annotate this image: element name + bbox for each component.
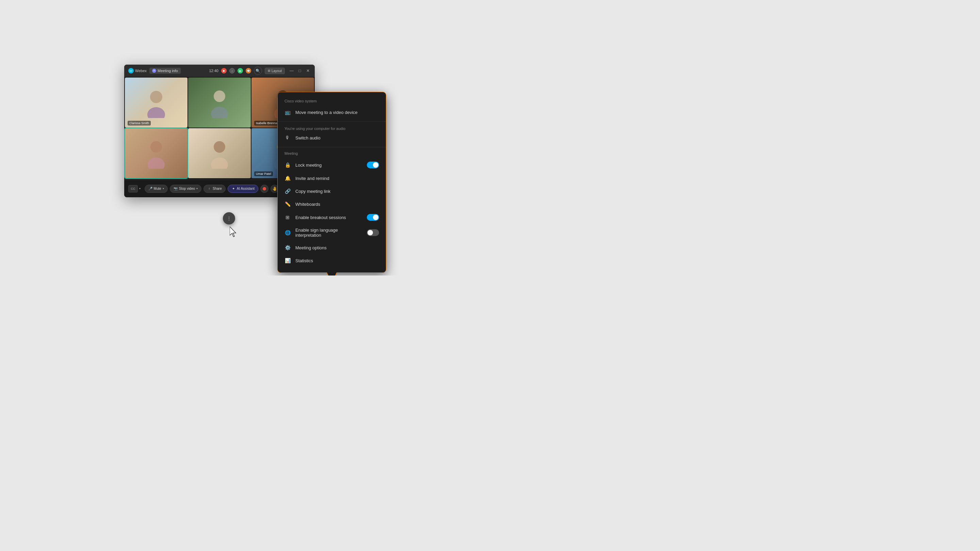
sign-language-icon: 🌐 xyxy=(285,230,291,236)
svg-point-1 xyxy=(147,107,165,118)
title-bar-left: W Webex ✦ Meeting info xyxy=(128,68,205,74)
svg-point-0 xyxy=(150,91,162,103)
move-meeting-item[interactable]: 📺 Move meeting to a video device xyxy=(278,106,386,119)
window-controls: — □ ✕ xyxy=(289,68,311,73)
person-svg-1 xyxy=(146,87,166,118)
meeting-options-label: Meeting options xyxy=(295,245,379,250)
participant-name-1: Clarissa Smith xyxy=(127,121,151,125)
webex-logo-icon: W xyxy=(128,68,134,73)
invite-remind-label: Invite and remind xyxy=(295,176,379,181)
app-window: W Webex ✦ Meeting info 12:40 ⏺ ♫ ▶ 💬 🔍 ⊞… xyxy=(124,65,315,197)
record-dot-icon xyxy=(263,187,266,191)
svg-point-7 xyxy=(148,157,165,169)
share-button[interactable]: ↑ Share xyxy=(204,185,226,193)
statistics-label: Statistics xyxy=(295,258,379,263)
whiteboards-item[interactable]: ✏️ Whiteboards xyxy=(278,198,386,211)
close-button[interactable]: ✕ xyxy=(305,68,311,73)
search-button[interactable]: 🔍 xyxy=(254,67,262,75)
audio-icon: 🎙 xyxy=(285,135,291,141)
svg-point-8 xyxy=(214,141,225,153)
toolbar-left: CC ▾ xyxy=(128,185,140,192)
lock-toggle-knob xyxy=(373,162,379,168)
share-label: Share xyxy=(213,187,222,191)
invite-remind-item[interactable]: 🔔 Invite and remind xyxy=(278,172,386,185)
record-indicator: ⏺ xyxy=(221,68,227,73)
context-menu: Cisco video system 📺 Move meeting to a v… xyxy=(277,92,386,273)
maximize-button[interactable]: □ xyxy=(297,68,302,73)
meeting-info-label: Meeting info xyxy=(158,69,178,73)
sign-language-toggle[interactable] xyxy=(367,229,379,236)
cursor xyxy=(230,227,238,235)
person-svg-5 xyxy=(209,138,230,169)
caption-button[interactable]: CC xyxy=(128,185,138,192)
participant-video-4 xyxy=(125,128,188,178)
video-cell-1: Clarissa Smith xyxy=(125,78,188,127)
title-bar-center: 12:40 ⏺ ♫ ▶ 💬 🔍 ⊞ Layout xyxy=(209,67,285,75)
participant-video-5 xyxy=(188,128,251,178)
time-display: 12:40 xyxy=(209,69,218,73)
lock-meeting-item[interactable]: 🔒 Lock meeting xyxy=(278,158,386,172)
breakout-sessions-toggle[interactable] xyxy=(367,214,379,221)
title-bar: W Webex ✦ Meeting info 12:40 ⏺ ♫ ▶ 💬 🔍 ⊞… xyxy=(124,65,315,77)
statistics-item[interactable]: 📊 Statistics xyxy=(278,254,386,267)
ai-label: AI Assistant xyxy=(237,187,255,191)
breakout-sessions-label: Enable breakout sessions xyxy=(295,215,362,220)
webex-logo: W Webex xyxy=(128,68,147,73)
sign-language-item[interactable]: 🌐 Enable sign language interpretation xyxy=(278,224,386,241)
meeting-options-item[interactable]: ⚙️ Meeting options xyxy=(278,241,386,254)
meeting-info-tab[interactable]: ✦ Meeting info xyxy=(150,68,181,74)
layout-label: Layout xyxy=(272,69,282,73)
cisco-section-title: Cisco video system xyxy=(278,98,386,106)
cursor-svg xyxy=(230,227,238,237)
person-svg-4 xyxy=(146,138,166,169)
layout-icon: ⊞ xyxy=(268,69,270,73)
move-meeting-label: Move meeting to a video device xyxy=(295,110,379,115)
stop-video-icon: 📷 xyxy=(173,187,178,191)
breakout-icon: ⊞ xyxy=(285,214,291,221)
participant-video-2 xyxy=(188,78,251,127)
copy-link-item[interactable]: 🔗 Copy meeting link xyxy=(278,185,386,198)
floating-more-icon: ⋮ xyxy=(227,216,231,221)
sign-language-label: Enable sign language interpretation xyxy=(295,227,362,238)
audio-subtitle: You're using your computer for audio xyxy=(278,124,386,131)
participant-video-1 xyxy=(125,78,188,127)
lock-icon: 🔒 xyxy=(285,162,291,168)
breakout-sessions-item[interactable]: ⊞ Enable breakout sessions xyxy=(278,211,386,224)
sign-language-toggle-knob xyxy=(368,230,373,235)
mute-label: Mute xyxy=(154,187,161,191)
video-cell-4 xyxy=(125,128,188,178)
divider-2 xyxy=(278,147,386,147)
ai-icon: ✦ xyxy=(231,187,235,191)
ai-assistant-button[interactable]: ✦ AI Assistant xyxy=(228,185,258,193)
record-button[interactable] xyxy=(260,185,269,193)
lock-meeting-label: Lock meeting xyxy=(295,163,362,168)
meeting-info-tab-icon: ✦ xyxy=(152,69,156,73)
lock-meeting-toggle[interactable] xyxy=(367,162,379,168)
whiteboard-icon: ✏️ xyxy=(285,201,291,207)
link-icon: 🔗 xyxy=(285,188,291,194)
svg-point-6 xyxy=(150,141,162,153)
meeting-section-title: Meeting xyxy=(278,150,386,158)
floating-more-button[interactable]: ⋮ xyxy=(223,212,235,224)
minimize-button[interactable]: — xyxy=(289,68,294,73)
options-icon: ⚙️ xyxy=(285,245,291,251)
stop-video-label: Stop video xyxy=(179,187,195,191)
svg-point-9 xyxy=(211,157,228,169)
switch-audio-item[interactable]: 🎙 Switch audio xyxy=(278,131,386,144)
mute-button[interactable]: 🎤 Mute ▾ xyxy=(145,185,168,193)
invite-icon: 🔔 xyxy=(285,175,291,181)
stop-video-button[interactable]: 📷 Stop video ▾ xyxy=(170,185,202,193)
whiteboards-label: Whiteboards xyxy=(295,202,379,207)
copy-link-label: Copy meeting link xyxy=(295,189,379,194)
svg-marker-12 xyxy=(230,227,236,237)
stop-video-chevron-icon: ▾ xyxy=(196,187,198,190)
svg-point-2 xyxy=(214,91,225,102)
svg-point-3 xyxy=(211,107,228,118)
participant-name-3: Isabelle Brennan xyxy=(254,121,281,125)
video-cell-2 xyxy=(188,78,251,127)
layout-button[interactable]: ⊞ Layout xyxy=(265,68,285,74)
caption-chevron-icon[interactable]: ▾ xyxy=(139,187,140,190)
chat-indicator: 💬 xyxy=(246,68,251,73)
share-icon: ↑ xyxy=(207,187,211,191)
participant-name-6: Umar Patel xyxy=(254,171,273,176)
